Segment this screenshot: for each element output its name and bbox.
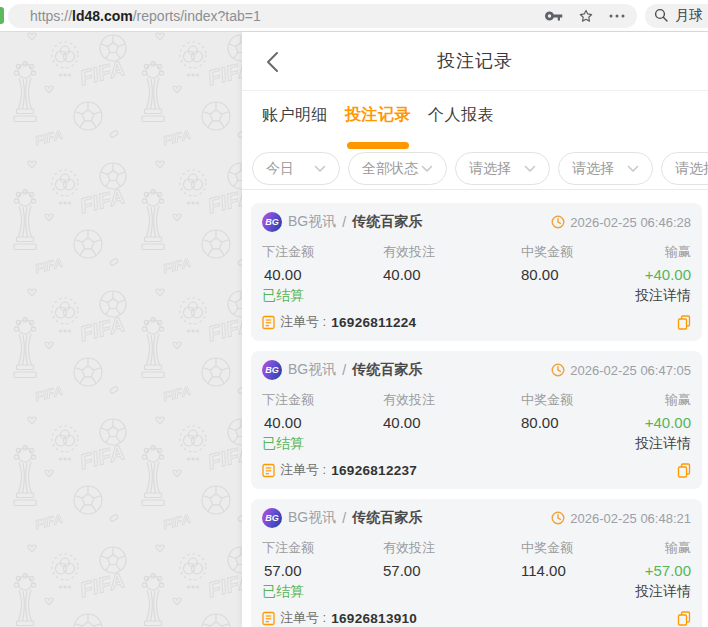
filter-label: 请选择 xyxy=(675,160,708,178)
order-number: 16926812237 xyxy=(331,463,417,478)
address-bar[interactable]: https://ld48.com/reports/index?tab=1 xyxy=(8,4,637,28)
label-win-loss: 输赢 xyxy=(601,391,691,409)
valid-bet-value: 40.00 xyxy=(383,414,521,431)
column-labels: 下注金额 有效投注 中奖金额 输赢 xyxy=(262,391,691,409)
background-watermark: FIFA FIFA xyxy=(0,32,242,627)
browser-edge-fragment xyxy=(0,7,4,24)
clock-icon xyxy=(551,511,565,525)
order-label: 注单号 : xyxy=(280,609,326,627)
card-header: BG BG视讯 / 传统百家乐 2026-02-25 06:47:05 xyxy=(262,360,691,380)
url-path: /reports/index?tab=1 xyxy=(133,8,261,24)
column-values: 40.00 40.00 80.00 +40.00 xyxy=(262,414,691,431)
chevron-down-icon xyxy=(627,165,639,173)
card-header: BG BG视讯 / 传统百家乐 2026-02-25 06:48:21 xyxy=(262,508,691,528)
column-values: 57.00 57.00 114.00 +57.00 xyxy=(262,562,691,579)
label-bet-amount: 下注金额 xyxy=(262,391,383,409)
main-panel: 投注记录 账户明细 投注记录 个人报表 今日 全部状态 xyxy=(242,32,708,627)
filter-select-dropdown-1[interactable]: 请选择 xyxy=(455,152,550,185)
valid-bet-value: 57.00 xyxy=(383,562,521,579)
label-valid-bet: 有效投注 xyxy=(383,243,521,261)
url-text[interactable]: https://ld48.com/reports/index?tab=1 xyxy=(30,8,545,24)
browser-toolbar: https://ld48.com/reports/index?tab=1 月球 xyxy=(0,0,708,32)
filter-date-dropdown[interactable]: 今日 xyxy=(252,152,340,185)
password-key-icon[interactable] xyxy=(545,9,563,23)
separator: / xyxy=(342,214,346,230)
clock-icon xyxy=(551,215,565,229)
fifa-pattern-graphic: FIFA FIFA xyxy=(0,32,242,627)
label-win-amount: 中奖金额 xyxy=(521,243,601,261)
filter-bar: 今日 全部状态 请选择 请选择 请选择 xyxy=(242,152,708,190)
tab-bar: 账户明细 投注记录 个人报表 xyxy=(242,91,708,152)
filter-status-dropdown[interactable]: 全部状态 xyxy=(348,152,447,185)
filter-select-dropdown-2[interactable]: 请选择 xyxy=(558,152,653,185)
filter-label: 请选择 xyxy=(469,160,511,178)
label-bet-amount: 下注金额 xyxy=(262,243,383,261)
win-loss-value: +57.00 xyxy=(601,562,691,579)
bet-amount-value: 40.00 xyxy=(262,414,383,431)
order-note-icon xyxy=(262,463,275,478)
label-win-loss: 输赢 xyxy=(601,243,691,261)
win-amount-value: 80.00 xyxy=(521,266,601,283)
copy-icon[interactable] xyxy=(677,315,691,330)
chevron-down-icon xyxy=(314,165,326,173)
tab-bet-records[interactable]: 投注记录 xyxy=(345,105,411,152)
valid-bet-value: 40.00 xyxy=(383,266,521,283)
label-valid-bet: 有效投注 xyxy=(383,539,521,557)
card-header: BG BG视讯 / 传统百家乐 2026-02-25 06:46:28 xyxy=(262,212,691,232)
more-options-icon[interactable] xyxy=(609,13,625,19)
status-badge: 已结算 xyxy=(262,583,304,601)
provider-logo: BG xyxy=(262,508,282,528)
separator: / xyxy=(342,510,346,526)
win-amount-value: 80.00 xyxy=(521,414,601,431)
label-win-loss: 输赢 xyxy=(601,539,691,557)
browser-search-widget[interactable]: 月球 xyxy=(645,4,708,28)
game-name: 传统百家乐 xyxy=(352,361,422,379)
column-labels: 下注金额 有效投注 中奖金额 输赢 xyxy=(262,243,691,261)
label-bet-amount: 下注金额 xyxy=(262,539,383,557)
provider-name: BG视讯 xyxy=(288,213,336,231)
chevron-down-icon xyxy=(421,165,433,173)
status-badge: 已结算 xyxy=(262,287,304,305)
win-amount-value: 114.00 xyxy=(521,562,601,579)
bet-amount-value: 40.00 xyxy=(262,266,383,283)
url-host: ld48.com xyxy=(72,8,133,24)
tab-personal-report[interactable]: 个人报表 xyxy=(428,105,494,152)
url-scheme: https:// xyxy=(30,8,72,24)
bet-time: 2026-02-25 06:48:21 xyxy=(570,511,691,526)
order-note-icon xyxy=(262,315,275,330)
label-win-amount: 中奖金额 xyxy=(521,539,601,557)
win-loss-value: +40.00 xyxy=(601,266,691,283)
order-number: 16926813910 xyxy=(331,611,417,626)
bet-time: 2026-02-25 06:46:28 xyxy=(570,215,691,230)
copy-icon[interactable] xyxy=(677,463,691,478)
provider-name: BG视讯 xyxy=(288,361,336,379)
win-loss-value: +40.00 xyxy=(601,414,691,431)
bet-details-link[interactable]: 投注详情 xyxy=(635,287,691,305)
record-list: BG BG视讯 / 传统百家乐 2026-02-25 06:46:28 下注金额… xyxy=(242,190,708,627)
game-name: 传统百家乐 xyxy=(352,213,422,231)
separator: / xyxy=(342,362,346,378)
provider-logo: BG xyxy=(262,212,282,232)
filter-label: 全部状态 xyxy=(362,160,418,178)
search-icon xyxy=(654,8,668,25)
bet-details-link[interactable]: 投注详情 xyxy=(635,435,691,453)
provider-logo: BG xyxy=(262,360,282,380)
status-badge: 已结算 xyxy=(262,435,304,453)
filter-label: 今日 xyxy=(266,160,294,178)
game-name: 传统百家乐 xyxy=(352,509,422,527)
bet-record-card: BG BG视讯 / 传统百家乐 2026-02-25 06:46:28 下注金额… xyxy=(251,203,702,341)
active-tab-indicator xyxy=(347,142,409,149)
bookmark-star-icon[interactable] xyxy=(578,8,594,24)
tab-account-details[interactable]: 账户明细 xyxy=(262,105,328,152)
order-note-icon xyxy=(262,611,275,626)
back-button[interactable] xyxy=(266,51,282,73)
copy-icon[interactable] xyxy=(677,611,691,626)
bet-details-link[interactable]: 投注详情 xyxy=(635,583,691,601)
clock-icon xyxy=(551,363,565,377)
search-widget-text: 月球 xyxy=(675,7,703,25)
tab-label: 个人报表 xyxy=(428,106,494,123)
label-win-amount: 中奖金额 xyxy=(521,391,601,409)
filter-select-dropdown-3[interactable]: 请选择 xyxy=(661,152,708,185)
order-label: 注单号 : xyxy=(280,461,326,479)
bet-time: 2026-02-25 06:47:05 xyxy=(570,363,691,378)
